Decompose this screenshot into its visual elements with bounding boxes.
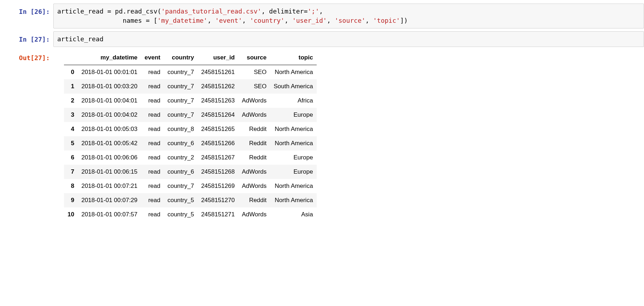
- cell-user_id: 2458151262: [198, 79, 238, 94]
- cell-topic: Europe: [270, 151, 317, 165]
- cell-user_id: 2458151265: [198, 122, 238, 136]
- cell-user_id: 2458151268: [198, 165, 238, 179]
- table-header-row: my_datetime event country user_id source…: [64, 51, 317, 65]
- cell-my_datetime: 2018-01-01 00:05:03: [78, 122, 141, 136]
- table-row: 92018-01-01 00:07:29readcountry_52458151…: [64, 193, 317, 207]
- cell-source: SEO: [238, 79, 270, 94]
- code-cell-26: In [26]: article_read = pd.read_csv('pan…: [11, 4, 644, 28]
- row-index: 9: [64, 193, 78, 207]
- cell-country: country_7: [164, 108, 198, 122]
- cell-topic: North America: [270, 136, 317, 151]
- cell-topic: Europe: [270, 165, 317, 179]
- row-index: 0: [64, 65, 78, 80]
- cell-country: country_7: [164, 179, 198, 193]
- cell-country: country_8: [164, 122, 198, 136]
- cell-source: AdWords: [238, 108, 270, 122]
- cell-event: read: [141, 179, 164, 193]
- output-area-27: my_datetime event country user_id source…: [53, 50, 644, 222]
- cell-event: read: [141, 151, 164, 165]
- cell-source: AdWords: [238, 179, 270, 193]
- row-index: 8: [64, 179, 78, 193]
- notebook: In [26]: article_read = pd.read_csv('pan…: [0, 0, 644, 222]
- row-index: 6: [64, 151, 78, 165]
- cell-source: Reddit: [238, 151, 270, 165]
- table-row: 82018-01-01 00:07:21readcountry_72458151…: [64, 179, 317, 193]
- table-row: 72018-01-01 00:06:15readcountry_62458151…: [64, 165, 317, 179]
- col-topic: topic: [270, 51, 317, 65]
- cell-user_id: 2458151264: [198, 108, 238, 122]
- cell-topic: North America: [270, 122, 317, 136]
- cell-country: country_2: [164, 151, 198, 165]
- cell-topic: South America: [270, 79, 317, 94]
- cell-topic: North America: [270, 193, 317, 207]
- code-input-26[interactable]: article_read = pd.read_csv('pandas_tutor…: [53, 4, 644, 28]
- row-index: 7: [64, 165, 78, 179]
- in-prompt-27: In [27]:: [11, 31, 53, 44]
- cell-my_datetime: 2018-01-01 00:07:21: [78, 179, 141, 193]
- table-row: 32018-01-01 00:04:02readcountry_72458151…: [64, 108, 317, 122]
- col-source: source: [238, 51, 270, 65]
- dataframe-table: my_datetime event country user_id source…: [64, 51, 317, 222]
- col-event: event: [141, 51, 164, 65]
- table-row: 42018-01-01 00:05:03readcountry_82458151…: [64, 122, 317, 136]
- cell-country: country_5: [164, 193, 198, 207]
- cell-user_id: 2458151266: [198, 136, 238, 151]
- index-header: [64, 51, 78, 65]
- row-index: 5: [64, 136, 78, 151]
- col-my_datetime: my_datetime: [78, 51, 141, 65]
- row-index: 3: [64, 108, 78, 122]
- cell-user_id: 2458151269: [198, 179, 238, 193]
- cell-source: Reddit: [238, 122, 270, 136]
- col-user_id: user_id: [198, 51, 238, 65]
- row-index: 2: [64, 94, 78, 108]
- cell-event: read: [141, 94, 164, 108]
- cell-event: read: [141, 207, 164, 222]
- cell-my_datetime: 2018-01-01 00:06:06: [78, 151, 141, 165]
- cell-source: Reddit: [238, 193, 270, 207]
- output-cell-27: Out[27]: my_datetime event country user_…: [11, 50, 644, 222]
- col-country: country: [164, 51, 198, 65]
- cell-topic: Africa: [270, 94, 317, 108]
- cell-user_id: 2458151261: [198, 65, 238, 80]
- cell-topic: Asia: [270, 207, 317, 222]
- in-prompt-26: In [26]:: [11, 4, 53, 16]
- cell-topic: North America: [270, 179, 317, 193]
- cell-event: read: [141, 193, 164, 207]
- table-row: 102018-01-01 00:07:57readcountry_5245815…: [64, 207, 317, 222]
- cell-source: AdWords: [238, 94, 270, 108]
- row-index: 1: [64, 79, 78, 94]
- cell-event: read: [141, 122, 164, 136]
- out-prompt-27: Out[27]:: [11, 50, 53, 62]
- cell-source: SEO: [238, 65, 270, 80]
- cell-event: read: [141, 79, 164, 94]
- cell-my_datetime: 2018-01-01 00:01:01: [78, 65, 141, 80]
- table-row: 52018-01-01 00:05:42readcountry_62458151…: [64, 136, 317, 151]
- table-row: 12018-01-01 00:03:20readcountry_72458151…: [64, 79, 317, 94]
- row-index: 4: [64, 122, 78, 136]
- cell-source: Reddit: [238, 136, 270, 151]
- cell-my_datetime: 2018-01-01 00:07:57: [78, 207, 141, 222]
- cell-my_datetime: 2018-01-01 00:03:20: [78, 79, 141, 94]
- cell-topic: Europe: [270, 108, 317, 122]
- table-row: 62018-01-01 00:06:06readcountry_22458151…: [64, 151, 317, 165]
- cell-event: read: [141, 65, 164, 80]
- cell-country: country_7: [164, 79, 198, 94]
- cell-event: read: [141, 108, 164, 122]
- code-input-27[interactable]: article_read: [53, 31, 644, 47]
- cell-my_datetime: 2018-01-01 00:05:42: [78, 136, 141, 151]
- code-cell-27: In [27]: article_read: [11, 31, 644, 47]
- cell-source: AdWords: [238, 207, 270, 222]
- cell-event: read: [141, 165, 164, 179]
- cell-topic: North America: [270, 65, 317, 80]
- cell-my_datetime: 2018-01-01 00:06:15: [78, 165, 141, 179]
- cell-country: country_7: [164, 65, 198, 80]
- cell-country: country_6: [164, 136, 198, 151]
- table-row: 02018-01-01 00:01:01readcountry_72458151…: [64, 65, 317, 80]
- row-index: 10: [64, 207, 78, 222]
- cell-user_id: 2458151270: [198, 193, 238, 207]
- cell-source: AdWords: [238, 165, 270, 179]
- cell-country: country_7: [164, 94, 198, 108]
- cell-event: read: [141, 136, 164, 151]
- cell-user_id: 2458151263: [198, 94, 238, 108]
- cell-my_datetime: 2018-01-01 00:04:01: [78, 94, 141, 108]
